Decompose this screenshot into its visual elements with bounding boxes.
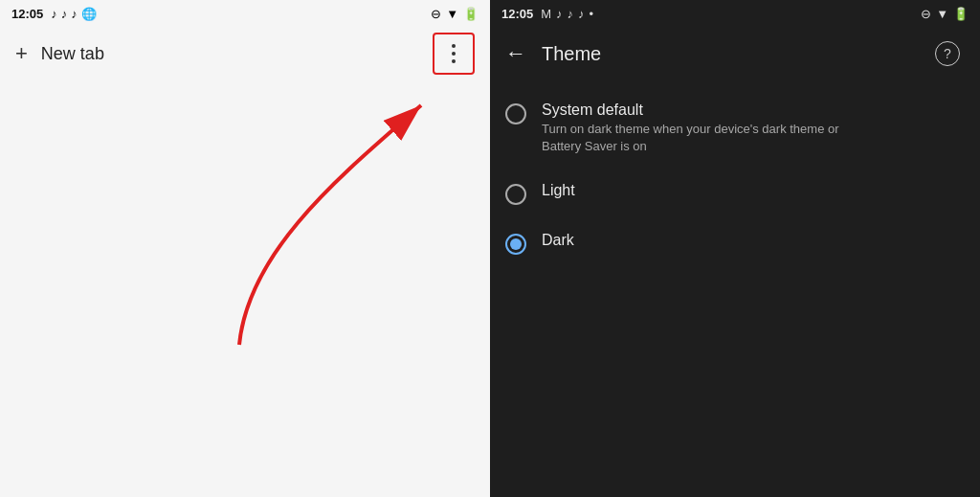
left-status-icons-left: ♪ ♪ ♪ 🌐 xyxy=(51,7,97,21)
minus-circle-icon-left: ⊖ xyxy=(431,7,441,21)
globe-icon: 🌐 xyxy=(81,7,97,21)
left-status-bar: 12:05 ♪ ♪ ♪ 🌐 ⊖ ▼ 🔋 xyxy=(0,0,490,27)
minus-circle-icon-right: ⊖ xyxy=(921,7,931,21)
dark-label: Dark xyxy=(542,232,574,249)
dot-indicator: • xyxy=(590,7,594,21)
tiktok-icon-r3: ♪ xyxy=(578,7,585,21)
left-time: 12:05 xyxy=(11,7,43,21)
theme-option-light-text: Light xyxy=(542,182,575,199)
right-status-icons-left: M ♪ ♪ ♪ • xyxy=(541,7,593,21)
new-tab-button[interactable]: + New tab xyxy=(15,41,104,66)
right-status-icons-right: ⊖ ▼ 🔋 xyxy=(921,7,969,21)
dot-3 xyxy=(452,59,456,63)
theme-option-dark[interactable]: Dark xyxy=(490,218,980,268)
page-title: Theme xyxy=(542,43,930,65)
three-dot-menu-button[interactable] xyxy=(433,33,475,75)
tiktok-icon-r2: ♪ xyxy=(568,7,574,21)
theme-option-light[interactable]: Light xyxy=(490,169,980,218)
system-default-label: System default xyxy=(542,102,867,119)
mail-icon: M xyxy=(541,7,551,21)
tiktok-icon-3: ♪ xyxy=(71,7,78,21)
right-status-bar: 12:05 M ♪ ♪ ♪ • ⊖ ▼ 🔋 xyxy=(490,0,980,27)
theme-option-system-default-text: System default Turn on dark theme when y… xyxy=(542,102,867,155)
back-icon: ← xyxy=(505,41,526,65)
system-default-desc: Turn on dark theme when your device's da… xyxy=(542,121,867,155)
radio-system-default xyxy=(505,103,526,124)
left-panel: 12:05 ♪ ♪ ♪ 🌐 ⊖ ▼ 🔋 + New tab xyxy=(0,0,490,497)
left-toolbar: + New tab xyxy=(0,27,490,80)
wifi-icon-left: ▼ xyxy=(446,7,458,21)
tiktok-icon-2: ♪ xyxy=(61,7,68,21)
radio-light xyxy=(505,184,526,205)
arrow-svg xyxy=(191,77,459,383)
theme-option-dark-text: Dark xyxy=(542,232,574,249)
right-time: 12:05 xyxy=(501,7,533,21)
theme-option-system-default[interactable]: System default Turn on dark theme when y… xyxy=(490,88,980,169)
dot-2 xyxy=(452,52,456,56)
plus-icon: + xyxy=(15,41,28,66)
dot-1 xyxy=(452,44,456,48)
new-tab-label: New tab xyxy=(41,44,104,64)
radio-dark xyxy=(505,234,526,255)
left-status-icons-right: ⊖ ▼ 🔋 xyxy=(431,7,479,21)
battery-icon-right: 🔋 xyxy=(953,7,969,21)
help-icon: ? xyxy=(935,41,960,66)
arrow-annotation xyxy=(191,77,459,383)
three-dot-icon xyxy=(452,44,456,63)
right-panel: 12:05 M ♪ ♪ ♪ • ⊖ ▼ 🔋 ← Theme ? System d… xyxy=(490,0,980,497)
tiktok-icon-1: ♪ xyxy=(51,7,57,21)
wifi-icon-right: ▼ xyxy=(936,7,948,21)
theme-options-list: System default Turn on dark theme when y… xyxy=(490,80,980,497)
back-button[interactable]: ← xyxy=(505,41,526,66)
help-button[interactable]: ? xyxy=(930,36,965,71)
tiktok-icon-r1: ♪ xyxy=(556,7,563,21)
light-label: Light xyxy=(542,182,575,199)
battery-icon-left: 🔋 xyxy=(463,7,479,21)
right-toolbar: ← Theme ? xyxy=(490,27,980,80)
radio-dark-inner xyxy=(510,238,522,250)
